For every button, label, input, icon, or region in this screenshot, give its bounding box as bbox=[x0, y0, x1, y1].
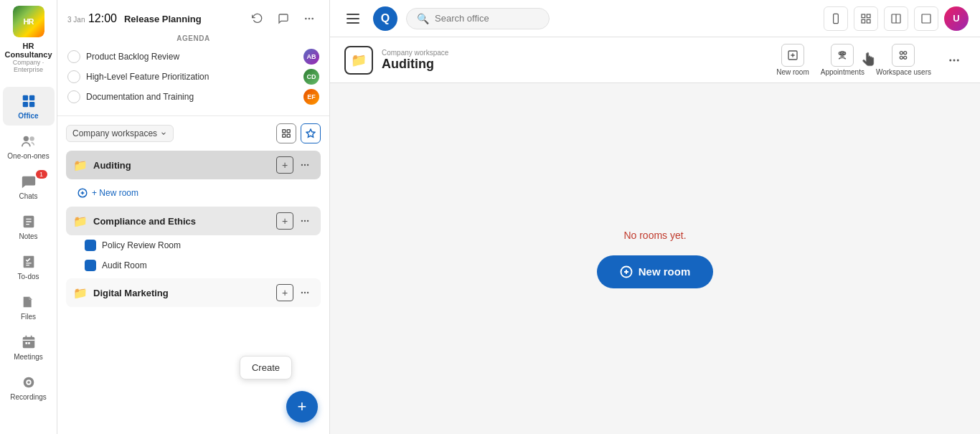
agenda-checkbox-3[interactable] bbox=[67, 90, 80, 103]
svg-point-25 bbox=[301, 220, 303, 222]
auditing-add-button[interactable]: + bbox=[276, 156, 293, 174]
meeting-refresh-button[interactable] bbox=[248, 9, 268, 29]
digital-marketing-header[interactable]: 📁 Digital Marketing + bbox=[66, 278, 321, 307]
new-room-main-button[interactable]: New room bbox=[597, 255, 714, 288]
agenda-item-1: Product Backlog Review AB bbox=[67, 47, 319, 67]
svg-rect-32 bbox=[862, 14, 865, 18]
search-bar[interactable]: 🔍 bbox=[406, 8, 550, 29]
sidebar-notes-label: Notes bbox=[19, 232, 37, 240]
auditing-more-button[interactable] bbox=[296, 156, 314, 174]
agenda-avatar-1: AB bbox=[303, 49, 319, 65]
agenda-avatar-2: CD bbox=[303, 69, 319, 85]
sidebar-item-notes[interactable]: Notes bbox=[3, 207, 55, 246]
workspace-users-action-button[interactable] bbox=[892, 44, 915, 67]
digital-marketing-add-button[interactable]: + bbox=[276, 284, 293, 301]
middle-panel: 3 Jan 12:00 Release Planning bbox=[57, 0, 330, 434]
quill-logo[interactable]: Q bbox=[373, 6, 397, 31]
meeting-actions bbox=[248, 9, 319, 29]
add-workspace-icon bbox=[281, 128, 291, 138]
agenda-avatar-3: EF bbox=[303, 89, 319, 105]
policy-review-label: Policy Review Room bbox=[102, 240, 181, 250]
agenda-item-2: High-Level Feature Prioritization CD bbox=[67, 67, 319, 87]
fab-create-button[interactable]: + bbox=[286, 391, 318, 423]
audit-room-item[interactable]: Audit Room bbox=[77, 255, 321, 275]
sidebar-item-meetings[interactable]: Meetings bbox=[3, 328, 55, 367]
user-avatar-header[interactable]: U bbox=[944, 6, 969, 31]
svg-point-28 bbox=[301, 292, 303, 293]
svg-point-29 bbox=[304, 292, 306, 293]
appointments-action-icon bbox=[831, 44, 854, 67]
sidebar-item-todos[interactable]: To-dos bbox=[3, 247, 55, 286]
digital-marketing-actions: + bbox=[276, 284, 314, 301]
notes-icon bbox=[20, 213, 37, 230]
svg-point-5 bbox=[29, 136, 34, 141]
svg-rect-37 bbox=[922, 14, 930, 23]
sidebar-item-files[interactable]: Files bbox=[3, 288, 55, 326]
workspace-star-button[interactable] bbox=[301, 123, 321, 143]
policy-review-room-item[interactable]: Policy Review Room bbox=[77, 235, 321, 255]
auditing-header[interactable]: 📁 Auditing + bbox=[66, 151, 321, 179]
audit-room-label: Audit Room bbox=[102, 260, 147, 270]
compliance-add-button[interactable]: + bbox=[276, 212, 293, 230]
svg-rect-19 bbox=[287, 134, 290, 137]
agenda-text-2: High-Level Feature Prioritization bbox=[86, 72, 298, 82]
meeting-chat-button[interactable] bbox=[273, 9, 293, 29]
agenda-checkbox-1[interactable] bbox=[67, 50, 80, 63]
svg-rect-31 bbox=[834, 14, 839, 23]
svg-point-12 bbox=[27, 381, 30, 384]
create-tooltip-text: Create bbox=[252, 362, 280, 373]
audit-room-dot bbox=[85, 260, 96, 271]
auditing-actions: + bbox=[276, 156, 314, 174]
appointments-action-button[interactable] bbox=[831, 44, 854, 67]
pointing-cursor-icon bbox=[859, 52, 880, 72]
svg-point-22 bbox=[304, 164, 306, 166]
svg-point-23 bbox=[307, 164, 308, 166]
new-room-action[interactable]: New room bbox=[776, 44, 809, 76]
sidebar-item-chats[interactable]: Chats 1 bbox=[3, 167, 55, 206]
digital-marketing-more-button[interactable] bbox=[296, 284, 314, 301]
appointments-action[interactable]: Appointments bbox=[821, 44, 864, 76]
top-header: Q 🔍 bbox=[330, 0, 980, 37]
auditing-new-room-button[interactable]: + New room bbox=[66, 182, 321, 204]
svg-point-45 bbox=[904, 56, 907, 59]
workspace-dropdown[interactable]: Company workspaces bbox=[66, 125, 174, 142]
compliance-header[interactable]: 📁 Compliance and Ethics + bbox=[66, 207, 321, 235]
create-tooltip: Create bbox=[240, 356, 292, 379]
workspace-users-action[interactable]: Workspace users bbox=[876, 44, 931, 76]
split-view-button[interactable] bbox=[884, 6, 908, 31]
app-logo[interactable]: HR bbox=[13, 6, 44, 37]
svg-point-4 bbox=[23, 136, 28, 141]
files-icon bbox=[20, 293, 37, 311]
new-room-action-button[interactable] bbox=[781, 44, 804, 67]
header-actions: U bbox=[824, 6, 969, 31]
users-grid-icon bbox=[897, 49, 909, 61]
workspace-more-button[interactable] bbox=[943, 49, 966, 72]
sidebar-item-recordings[interactable]: Recordings bbox=[3, 368, 55, 407]
workspace-add-button[interactable] bbox=[276, 123, 296, 143]
recordings-icon bbox=[20, 374, 37, 391]
workspace-more-icon bbox=[948, 54, 961, 67]
compliance-more-button[interactable] bbox=[296, 212, 314, 230]
workspace-section: Company workspaces � bbox=[57, 116, 329, 434]
mobile-icon bbox=[830, 13, 842, 24]
company-type: Company · Enterprise bbox=[0, 59, 57, 73]
star-icon bbox=[306, 128, 316, 138]
svg-point-44 bbox=[900, 56, 903, 59]
hamburger-button[interactable] bbox=[341, 7, 364, 30]
mobile-view-button[interactable] bbox=[824, 6, 848, 31]
single-icon bbox=[920, 13, 932, 24]
grid-view-button[interactable] bbox=[854, 6, 878, 31]
office-icon bbox=[20, 93, 37, 110]
appointments-action-label: Appointments bbox=[821, 68, 864, 76]
agenda-checkbox-2[interactable] bbox=[67, 70, 80, 83]
sidebar-item-one-on-ones[interactable]: One-on-ones bbox=[3, 127, 55, 166]
svg-point-43 bbox=[904, 52, 907, 55]
svg-point-13 bbox=[305, 18, 307, 20]
svg-rect-18 bbox=[283, 134, 286, 137]
compliance-folder-icon: 📁 bbox=[73, 214, 88, 228]
meeting-more-button[interactable] bbox=[299, 9, 319, 29]
sidebar-item-office[interactable]: Office bbox=[3, 87, 55, 126]
new-room-plus-icon bbox=[77, 188, 88, 198]
search-input[interactable] bbox=[435, 13, 535, 24]
single-view-button[interactable] bbox=[914, 6, 938, 31]
